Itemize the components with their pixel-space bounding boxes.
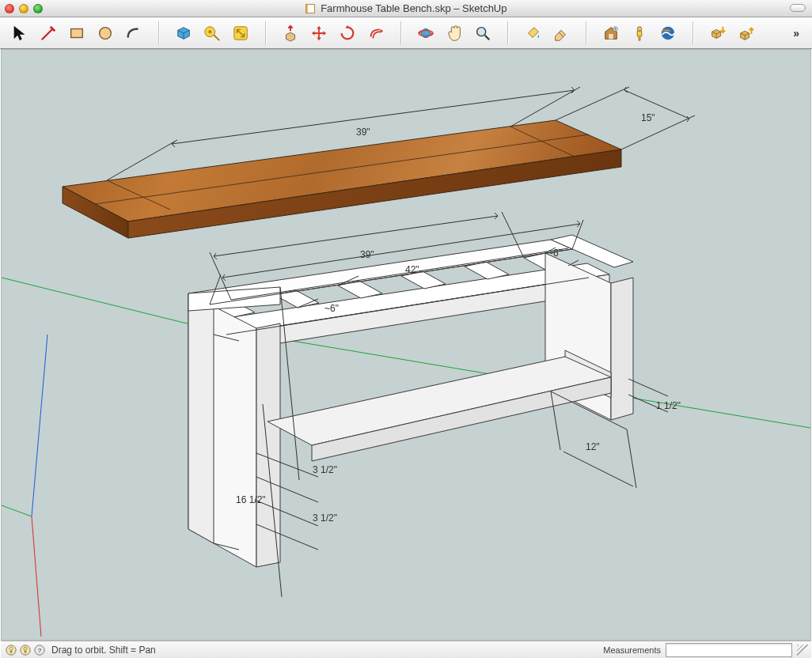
google-earth-tool[interactable] (658, 23, 678, 43)
svg-point-7 (477, 28, 486, 36)
orbit-tool[interactable] (415, 23, 436, 43)
svg-rect-22 (25, 650, 27, 652)
window-title: Farmhouse Table Bench.skp – SketchUp (0, 2, 812, 14)
paint-bucket-tool[interactable] (522, 23, 543, 43)
status-bar: ? Drag to orbit. Shift = Pan Measurement… (1, 641, 811, 658)
make-component-tool[interactable] (173, 23, 194, 43)
svg-line-12 (32, 335, 47, 516)
get-model-tool[interactable] (708, 23, 728, 43)
dim-leg-depth: 12" (586, 441, 600, 452)
dim-seat-length: 39" (356, 127, 370, 138)
svg-text:?: ? (38, 646, 42, 653)
titlebar: Farmhouse Table Bench.skp – SketchUp (0, 0, 812, 17)
line-tool[interactable] (38, 23, 59, 43)
measurements-label: Measurements (603, 645, 661, 655)
svg-point-18 (9, 647, 13, 650)
svg-rect-0 (71, 29, 83, 38)
tape-measure-tool[interactable] (202, 23, 222, 43)
rectangle-tool[interactable] (66, 23, 87, 43)
main-toolbar: » (0, 17, 812, 49)
svg-point-21 (24, 647, 27, 650)
dim-leg-width-upper: 3 1/2" (313, 464, 337, 475)
svg-point-1 (100, 28, 112, 40)
dim-leg-width-lower: 3 1/2" (313, 512, 337, 524)
model-viewport[interactable]: 39" 15" 39" 42" ~6" ~6" 12" 1 1/2" 3 1/2… (1, 49, 811, 641)
model-drawing (2, 50, 810, 640)
window-controls (5, 4, 43, 13)
instructor-tip-1-icon[interactable] (4, 645, 18, 656)
eraser-tool[interactable] (551, 23, 571, 43)
resize-grip[interactable] (797, 645, 808, 656)
svg-line-14 (2, 505, 32, 516)
3d-warehouse-tool[interactable] (601, 23, 621, 43)
status-hint: Drag to orbit. Shift = Pan (51, 645, 156, 656)
rotate-tool[interactable] (337, 23, 358, 43)
zoom-tool[interactable] (472, 23, 493, 43)
dim-stretcher-thick: 1 1/2" (656, 400, 681, 411)
move-tool[interactable] (309, 23, 329, 43)
dim-leg-height: 16 1/2" (236, 494, 266, 505)
select-tool[interactable] (9, 23, 30, 43)
svg-line-13 (32, 516, 41, 637)
minimize-window-button[interactable] (19, 4, 28, 13)
svg-rect-8 (609, 34, 613, 39)
dimension-tool[interactable] (230, 23, 251, 43)
document-icon (305, 4, 315, 13)
svg-rect-19 (10, 650, 13, 652)
measurements-input[interactable] (666, 643, 792, 657)
dim-frame-inner: 39" (360, 249, 374, 260)
circle-tool[interactable] (95, 23, 116, 43)
toolbar-overflow-button[interactable]: » (790, 27, 803, 40)
svg-line-15 (2, 278, 184, 323)
push-pull-tool[interactable] (280, 23, 301, 43)
instructor-tip-3-icon[interactable]: ? (32, 645, 47, 656)
close-window-button[interactable] (5, 4, 14, 13)
place-person-tool[interactable] (629, 23, 650, 43)
dim-frame-outer: 42" (405, 264, 419, 275)
dim-slat-gap-front: ~6" (324, 303, 339, 314)
toolbar-pill-button[interactable] (790, 4, 806, 12)
dim-slat-gap-end: ~6" (548, 248, 562, 259)
share-model-tool[interactable] (736, 23, 757, 43)
offset-tool[interactable] (366, 23, 386, 43)
zoom-window-button[interactable] (33, 4, 43, 13)
instructor-tip-2-icon[interactable] (18, 645, 32, 656)
svg-point-3 (208, 30, 211, 33)
arc-tool[interactable] (123, 23, 144, 43)
window-title-text: Farmhouse Table Bench.skp – SketchUp (321, 2, 507, 14)
pan-tool[interactable] (444, 23, 465, 43)
dim-seat-depth: 15" (641, 112, 655, 123)
svg-point-10 (637, 27, 642, 32)
